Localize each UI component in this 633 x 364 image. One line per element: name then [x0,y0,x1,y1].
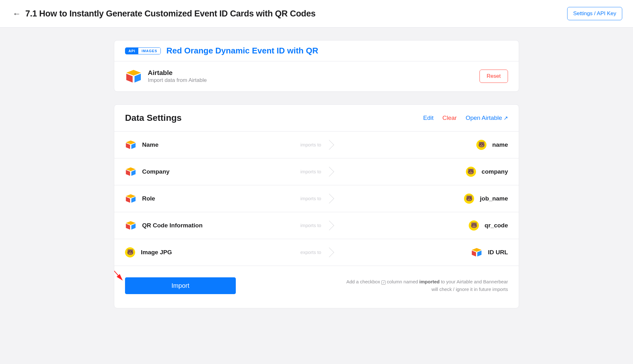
template-card: API IMAGES Red Orange Dynamic Event ID w… [114,40,519,92]
import-button[interactable]: Import [125,277,236,294]
mapping-destination-label: ID URL [488,249,508,256]
mapping-verb: exports to [300,250,321,255]
bannerbear-icon: 🐻 [125,247,135,257]
open-airtable-link[interactable]: Open Airtable [466,114,508,121]
integration-name: Airtable [148,69,207,77]
mapping-destination-label: company [482,168,508,175]
edit-link[interactable]: Edit [423,114,434,121]
bannerbear-icon: 🐻 [469,220,479,231]
template-name-link[interactable]: Red Orange Dynamic Event ID with QR [166,46,318,56]
data-settings-card: Data Settings Edit Clear Open Airtable N… [114,104,519,308]
bannerbear-icon: 🐻 [464,194,474,204]
airtable-icon [125,194,136,203]
import-footer-note: Add a checkbox ✓ column named imported t… [343,278,508,293]
bannerbear-icon: 🐻 [466,167,476,177]
mapping-source-label: Role [142,195,155,202]
integration-subtitle: Import data from Airtable [148,77,207,84]
mapping-source-label: QR Code Information [142,222,203,229]
chevron-right-icon [324,220,334,230]
airtable-icon [125,221,136,230]
settings-api-key-button[interactable]: Settings / API Key [567,7,622,20]
mapping-verb: imports to [300,223,321,228]
mapping-destination-label: name [492,141,508,148]
chevron-right-icon [324,194,334,203]
pill-api: API [125,48,138,54]
chevron-right-icon [324,247,334,257]
mapping-verb: imports to [300,196,321,201]
mapping-source-label: Company [142,168,170,175]
page-title: 7.1 How to Instantly Generate Customized… [25,9,316,19]
mapping-destination-label: qr_code [485,222,508,229]
mapping-row: Role imports to 🐻 job_name [114,185,519,212]
mapping-source-label: Image JPG [141,249,172,256]
airtable-icon [125,167,136,176]
chevron-right-icon [324,140,334,150]
data-settings-title: Data Settings [125,113,182,123]
airtable-icon [125,69,142,83]
airtable-icon [471,248,482,257]
top-bar: ← 7.1 How to Instantly Generate Customiz… [0,0,633,28]
mapping-row: Name imports to 🐻 name [114,132,519,158]
reset-button[interactable]: Reset [479,70,508,83]
mapping-destination-label: job_name [480,195,508,202]
mapping-row: Company imports to 🐻 company [114,158,519,185]
chevron-right-icon [324,167,334,176]
mapping-source-label: Name [142,141,159,148]
mapping-row: QR Code Information imports to 🐻 qr_code [114,212,519,239]
back-arrow-icon[interactable]: ← [13,9,21,18]
api-images-toggle[interactable]: API IMAGES [125,47,161,54]
mapping-verb: imports to [300,142,321,147]
mapping-row: 🐻 Image JPG exports to ID URL [114,239,519,266]
pill-images: IMAGES [138,48,160,54]
mapping-verb: imports to [300,169,321,174]
bannerbear-icon: 🐻 [476,140,486,150]
airtable-icon [125,140,136,150]
clear-link[interactable]: Clear [442,114,457,121]
